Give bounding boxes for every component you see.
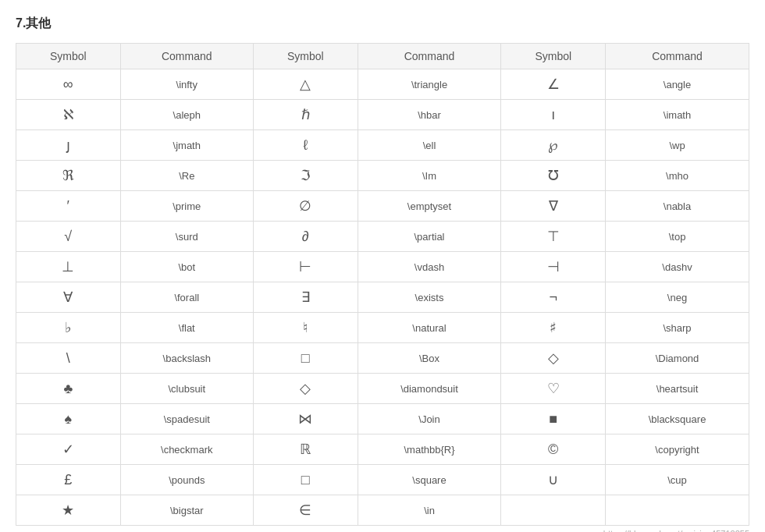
- command-cell: \square: [358, 465, 501, 495]
- symbol-cell: ⊢: [253, 252, 358, 282]
- symbol-cell: ¬: [501, 282, 606, 313]
- table-row: ℜ\Reℑ\Im℧\mho: [16, 161, 749, 191]
- table-header: Command: [358, 44, 501, 69]
- symbol-cell: ∪: [501, 465, 606, 495]
- table-header: Command: [120, 44, 253, 69]
- command-cell: [606, 495, 749, 526]
- symbol-cell: □: [253, 465, 358, 495]
- command-cell: \nabla: [606, 191, 749, 222]
- command-cell: \ell: [358, 130, 501, 161]
- symbol-cell: ℵ: [16, 100, 121, 130]
- command-cell: \Re: [120, 161, 253, 191]
- symbol-cell: [501, 495, 606, 526]
- command-cell: \Diamond: [606, 343, 749, 374]
- table-row: ℵ\alephℏ\hbarı\imath: [16, 100, 749, 130]
- command-cell: \diamondsuit: [358, 374, 501, 404]
- command-cell: \partial: [358, 222, 501, 252]
- symbol-cell: ȷ: [16, 130, 121, 161]
- symbol-cell: ∞: [16, 69, 121, 100]
- command-cell: \top: [606, 222, 749, 252]
- table-row: ȷ\jmathℓ\ell℘\wp: [16, 130, 749, 161]
- table-header: Symbol: [253, 44, 358, 69]
- symbol-cell: ℧: [501, 161, 606, 191]
- command-cell: \forall: [120, 282, 253, 313]
- symbol-cell: ℝ: [253, 434, 358, 465]
- command-cell: \bigstar: [120, 495, 253, 526]
- symbol-cell: △: [253, 69, 358, 100]
- table-row: £\pounds□\square∪\cup: [16, 465, 749, 495]
- table-row: √\surd∂\partial⊤\top: [16, 222, 749, 252]
- symbol-cell: ◇: [253, 374, 358, 404]
- command-cell: \clubsuit: [120, 374, 253, 404]
- symbol-cell: ★: [16, 495, 121, 526]
- symbol-cell: ′: [16, 191, 121, 222]
- command-cell: \emptyset: [358, 191, 501, 222]
- table-row: ∀\forall∃\exists¬\neg: [16, 282, 749, 313]
- table-row: ♭\flat♮\natural♯\sharp: [16, 313, 749, 343]
- command-cell: \wp: [606, 130, 749, 161]
- table-row: ′\prime∅\emptyset∇\nabla: [16, 191, 749, 222]
- symbol-cell: ∃: [253, 282, 358, 313]
- symbol-cell: ∂: [253, 222, 358, 252]
- command-cell: \in: [358, 495, 501, 526]
- table-row: ⊥\bot⊢\vdash⊣\dashv: [16, 252, 749, 282]
- symbol-cell: ∅: [253, 191, 358, 222]
- command-cell: \flat: [120, 313, 253, 343]
- table-row: \\backslash□\Box◇\Diamond: [16, 343, 749, 374]
- table-header: Symbol: [16, 44, 121, 69]
- symbol-cell: ∇: [501, 191, 606, 222]
- command-cell: \vdash: [358, 252, 501, 282]
- command-cell: \copyright: [606, 434, 749, 465]
- command-cell: \imath: [606, 100, 749, 130]
- symbol-cell: ⋈: [253, 404, 358, 434]
- table-row: ✓\checkmarkℝ\mathbb{R}©\copyright: [16, 434, 749, 465]
- symbol-cell: ℓ: [253, 130, 358, 161]
- symbol-cell: ♡: [501, 374, 606, 404]
- symbol-cell: ♣: [16, 374, 121, 404]
- symbol-cell: £: [16, 465, 121, 495]
- command-cell: \hbar: [358, 100, 501, 130]
- command-cell: \natural: [358, 313, 501, 343]
- command-cell: \surd: [120, 222, 253, 252]
- command-cell: \mathbb{R}: [358, 434, 501, 465]
- command-cell: \sharp: [606, 313, 749, 343]
- symbol-cell: ℘: [501, 130, 606, 161]
- symbol-cell: ✓: [16, 434, 121, 465]
- command-cell: \spadesuit: [120, 404, 253, 434]
- symbol-cell: ■: [501, 404, 606, 434]
- symbol-table: SymbolCommandSymbolCommandSymbolCommand …: [16, 43, 749, 526]
- command-cell: \blacksquare: [606, 404, 749, 434]
- symbol-cell: ♭: [16, 313, 121, 343]
- command-cell: \jmath: [120, 130, 253, 161]
- command-cell: \pounds: [120, 465, 253, 495]
- command-cell: \triangle: [358, 69, 501, 100]
- symbol-cell: □: [253, 343, 358, 374]
- command-cell: \cup: [606, 465, 749, 495]
- command-cell: \dashv: [606, 252, 749, 282]
- symbol-cell: \: [16, 343, 121, 374]
- command-cell: \Join: [358, 404, 501, 434]
- command-cell: \Im: [358, 161, 501, 191]
- symbol-cell: ℑ: [253, 161, 358, 191]
- symbol-cell: ©: [501, 434, 606, 465]
- command-cell: \exists: [358, 282, 501, 313]
- symbol-cell: ⊥: [16, 252, 121, 282]
- table-row: ♣\clubsuit◇\diamondsuit♡\heartsuit: [16, 374, 749, 404]
- table-header: Symbol: [501, 44, 606, 69]
- watermark: https://blog.csdn.net/weixin_45712255: [16, 529, 749, 532]
- command-cell: \Box: [358, 343, 501, 374]
- symbol-cell: √: [16, 222, 121, 252]
- symbol-cell: ∀: [16, 282, 121, 313]
- table-row: ∞\infty△\triangle∠\angle: [16, 69, 749, 100]
- symbol-cell: ∠: [501, 69, 606, 100]
- symbol-cell: ℜ: [16, 161, 121, 191]
- symbol-cell: ♯: [501, 313, 606, 343]
- command-cell: \checkmark: [120, 434, 253, 465]
- symbol-cell: ℏ: [253, 100, 358, 130]
- command-cell: \prime: [120, 191, 253, 222]
- symbol-cell: ⊤: [501, 222, 606, 252]
- symbol-cell: ı: [501, 100, 606, 130]
- symbol-cell: ◇: [501, 343, 606, 374]
- symbol-cell: ♠: [16, 404, 121, 434]
- command-cell: \bot: [120, 252, 253, 282]
